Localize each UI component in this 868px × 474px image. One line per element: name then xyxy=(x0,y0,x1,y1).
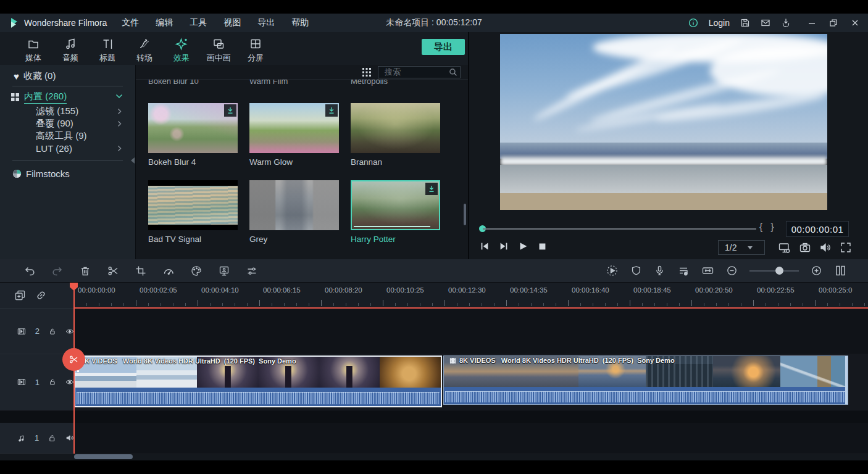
sidebar-item-lut[interactable]: LUT (26) xyxy=(0,142,135,154)
crop-button[interactable] xyxy=(135,265,147,277)
effects-header xyxy=(136,65,468,80)
speed-button[interactable] xyxy=(162,265,175,277)
search-icon[interactable] xyxy=(449,68,457,77)
add-track-button[interactable] xyxy=(14,289,27,302)
timeline-hscroll xyxy=(0,454,868,460)
track-lane-video-2[interactable] xyxy=(74,309,868,354)
previous-frame-button[interactable] xyxy=(479,241,490,252)
menu-edit[interactable]: 编辑 xyxy=(156,17,173,28)
timeline-ruler[interactable]: 00:00:00:00 00:00:02:05 00:00:04:10 00:0… xyxy=(74,283,868,309)
close-button[interactable] xyxy=(851,19,859,27)
preview-scale-dropdown[interactable]: 1/2 xyxy=(718,240,765,255)
effect-card-grey[interactable]: Grey xyxy=(249,180,339,244)
preview-timecode: 00:00:00:01 xyxy=(786,221,849,237)
search-input[interactable] xyxy=(383,67,449,77)
overlays-label: 叠覆 (90) xyxy=(36,118,73,130)
grid-view-icon[interactable] xyxy=(362,67,372,77)
feedback-mail-icon[interactable] xyxy=(761,18,770,28)
effect-card-warm-glow[interactable]: Warm Glow xyxy=(249,103,339,167)
info-icon[interactable] xyxy=(688,18,698,28)
tab-titles[interactable]: 标题 xyxy=(89,37,126,64)
login-button[interactable]: Login xyxy=(709,18,730,28)
track-lane-video-1[interactable]: 8K VIDEOS World 8K Videos HDR UltraHD (1… xyxy=(74,354,868,410)
tab-transitions[interactable]: 转场 xyxy=(126,37,163,64)
sidebar-item-filters[interactable]: 滤镜 (155) xyxy=(0,105,135,117)
scrubber-track[interactable] xyxy=(483,228,756,230)
menu-help[interactable]: 帮助 xyxy=(291,17,309,28)
zoom-out-button[interactable] xyxy=(726,265,738,276)
marker-button[interactable] xyxy=(630,265,642,276)
export-button[interactable]: 导出 xyxy=(422,39,465,55)
menu-tools[interactable]: 工具 xyxy=(190,17,207,28)
fullscreen-icon[interactable] xyxy=(840,241,852,254)
fit-timeline-button[interactable] xyxy=(701,264,714,277)
next-frame-button[interactable] xyxy=(498,241,509,252)
eye-icon[interactable] xyxy=(65,326,74,336)
minimize-button[interactable] xyxy=(807,19,816,27)
eye-icon[interactable] xyxy=(65,377,74,387)
tab-splitscreen[interactable]: 分屏 xyxy=(237,37,274,64)
redo-button[interactable] xyxy=(51,265,64,277)
menu-export[interactable]: 导出 xyxy=(257,17,275,28)
cut-at-playhead-button[interactable] xyxy=(62,348,85,371)
effects-scrollbar[interactable] xyxy=(464,204,466,225)
sidebar-item-overlays[interactable]: 叠覆 (90) xyxy=(0,117,135,130)
voiceover-mic-button[interactable] xyxy=(654,265,666,276)
sidebar-collapse-handle[interactable] xyxy=(131,157,135,164)
video-clip-2[interactable]: 8K VIDEOS World 8K Videos HDR UltraHD (1… xyxy=(443,356,848,405)
effect-card-bad-tv-signal[interactable]: Bad TV Signal xyxy=(148,180,238,244)
video-clip-1[interactable]: 8K VIDEOS World 8K Videos HDR UltraHD (1… xyxy=(74,356,442,407)
render-preview-button[interactable] xyxy=(606,264,619,277)
speaker-icon[interactable] xyxy=(65,433,74,443)
download-badge[interactable] xyxy=(224,104,236,117)
tab-media[interactable]: 媒体 xyxy=(15,37,52,64)
tab-label: 画中画 xyxy=(207,52,231,64)
zoom-in-button[interactable] xyxy=(811,265,822,276)
lock-icon[interactable] xyxy=(49,327,56,336)
mark-in-button[interactable]: { xyxy=(759,222,762,233)
effect-card-harry-potter[interactable]: Harry Potter xyxy=(351,180,440,244)
timeline-zoom-slider[interactable] xyxy=(749,270,799,272)
builtin-label: 内置 (280) xyxy=(24,91,67,104)
split-view-button[interactable] xyxy=(834,264,847,277)
download-badge[interactable] xyxy=(425,183,438,195)
link-clips-button[interactable] xyxy=(35,289,48,302)
download-resources-icon[interactable] xyxy=(781,18,791,28)
volume-icon[interactable] xyxy=(819,241,832,254)
search-box xyxy=(378,66,461,78)
download-badge[interactable] xyxy=(325,104,338,117)
sidebar-item-filmstocks[interactable]: Filmstocks xyxy=(0,166,135,181)
tab-audio[interactable]: 音频 xyxy=(52,37,89,64)
film-icon xyxy=(449,357,456,364)
lock-icon[interactable] xyxy=(49,378,56,386)
mark-out-button[interactable]: } xyxy=(770,222,774,233)
stop-button[interactable] xyxy=(536,241,548,252)
menu-view[interactable]: 视图 xyxy=(223,17,241,28)
tab-pip[interactable]: 画中画 xyxy=(200,37,237,64)
delete-button[interactable] xyxy=(79,265,91,277)
sidebar-item-advanced-tools[interactable]: 高级工具 (9) xyxy=(0,130,135,142)
zoom-slider-knob[interactable] xyxy=(775,267,783,275)
split-scissors-button[interactable] xyxy=(107,265,119,277)
motion-tracking-button[interactable] xyxy=(218,265,230,277)
timeline-hscroll-thumb[interactable] xyxy=(74,454,133,459)
track-audio-1: 1 xyxy=(0,423,868,454)
sidebar-item-builtin[interactable]: 内置 (280) xyxy=(0,89,135,105)
effect-card-brannan[interactable]: Brannan xyxy=(351,103,440,167)
menu-file[interactable]: 文件 xyxy=(122,17,139,28)
track-lane-audio-1[interactable] xyxy=(74,423,868,454)
lock-icon[interactable] xyxy=(48,434,56,443)
save-icon[interactable] xyxy=(740,18,750,28)
effects-panel: Bokeh Blur 10 Warm Film Metropolis Bokeh… xyxy=(136,65,468,259)
restore-button[interactable] xyxy=(829,19,838,27)
effect-card-bokeh-blur-4[interactable]: Bokeh Blur 4 xyxy=(148,103,238,167)
effects-partial-row: Bokeh Blur 10 Warm Film Metropolis xyxy=(136,80,468,87)
snapshot-camera-icon[interactable] xyxy=(799,241,811,254)
undo-button[interactable] xyxy=(23,265,36,277)
audio-mixer-button[interactable] xyxy=(677,265,690,277)
play-button[interactable] xyxy=(517,241,528,252)
display-settings-icon[interactable] xyxy=(778,241,791,254)
adjust-button[interactable] xyxy=(246,265,258,277)
sidebar-item-favorites[interactable]: ♥ 收藏 (0) xyxy=(0,69,135,83)
color-button[interactable] xyxy=(190,265,202,277)
